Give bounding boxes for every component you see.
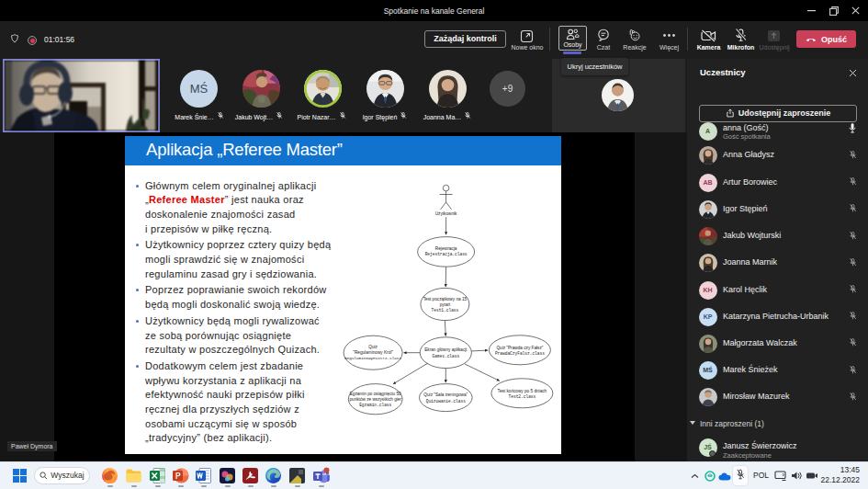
svg-text:Quizowanie.class: Quizowanie.class (426, 399, 467, 404)
svg-text:Games.class: Games.class (432, 354, 459, 358)
svg-text:Test1.class: Test1.class (432, 308, 459, 313)
svg-text:Quiz "Sala treningowa": Quiz "Sala treningowa" (423, 392, 468, 397)
svg-text:Quiz "Prawda czy Fałsz": Quiz "Prawda czy Fałsz" (496, 346, 543, 350)
svg-text:RegulaminowyMistrz.class: RegulaminowyMistrz.class (344, 356, 401, 360)
svg-text:Quiz: Quiz (368, 345, 378, 349)
svg-text:"Regulaminowy Król": "Regulaminowy Król" (353, 350, 393, 355)
svg-text:Rejestracja: Rejestracja (435, 246, 457, 251)
svg-text:Test początkowy na 15: Test początkowy na 15 (423, 297, 468, 301)
svg-text:pytań: pytań (440, 302, 451, 307)
svg-text:Rejestracja.class: Rejestracja.class (425, 252, 468, 256)
svg-text:Test końcowy po 5 dniach: Test końcowy po 5 dniach (498, 389, 547, 393)
svg-text:Użytkownik: Użytkownik (435, 211, 457, 216)
svg-text:punktów ze wszystkich gier: punktów ze wszystkich gier (349, 397, 401, 402)
svg-text:Ekran główny aplikacji: Ekran główny aplikacji (424, 347, 467, 352)
svg-text:PrawdaCzyFalsz.class: PrawdaCzyFalsz.class (495, 351, 545, 356)
svg-text:Egzamin po osiągnięciu 50: Egzamin po osiągnięciu 50 (350, 392, 401, 396)
svg-text:Egzamin.class: Egzamin.class (359, 403, 391, 407)
svg-text:Test2.class: Test2.class (509, 394, 536, 399)
